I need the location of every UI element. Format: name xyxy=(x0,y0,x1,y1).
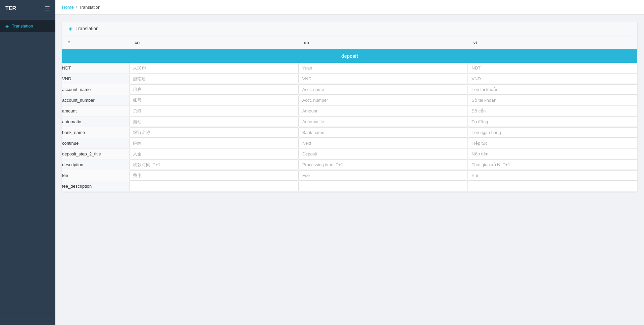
table-row: description xyxy=(62,159,637,170)
key-cell: VND xyxy=(62,74,129,84)
card-title: Translation xyxy=(76,26,99,31)
vi-input[interactable] xyxy=(468,149,637,159)
key-cell: fee_description xyxy=(62,181,129,192)
cn-input[interactable] xyxy=(129,106,299,116)
table-row: account_name xyxy=(62,84,637,95)
en-input[interactable] xyxy=(299,181,468,191)
card-header: ◈ Translation xyxy=(62,21,637,36)
sidebar-item-translation[interactable]: ◈ Translation xyxy=(0,20,55,32)
table-row: account_number xyxy=(62,95,637,106)
vi-input[interactable] xyxy=(468,117,637,127)
cn-input[interactable] xyxy=(129,159,299,170)
key-cell: automatic xyxy=(62,117,129,127)
vi-input[interactable] xyxy=(468,63,637,73)
vi-input[interactable] xyxy=(468,127,637,138)
vi-input[interactable] xyxy=(468,106,637,116)
table-header-row: # cn en vi xyxy=(62,36,637,49)
app-logo: TER xyxy=(5,5,16,11)
col-en: en xyxy=(299,36,468,49)
en-input[interactable] xyxy=(299,74,468,84)
translation-icon: ◈ xyxy=(5,23,9,29)
col-hash: # xyxy=(62,36,129,49)
table-row: VND xyxy=(62,74,637,84)
topbar: Home / Translation xyxy=(55,0,644,15)
vi-input[interactable] xyxy=(468,95,637,105)
vi-cell xyxy=(468,74,637,84)
sidebar: TER ☰ ◈ Translation ‹ xyxy=(0,0,55,325)
vi-cell xyxy=(468,170,637,181)
translation-table: # cn en vi deposit NDTVNDaccount_nameacc… xyxy=(62,36,637,192)
cn-input[interactable] xyxy=(129,117,299,127)
key-cell: account_name xyxy=(62,84,129,95)
cn-input[interactable] xyxy=(129,95,299,105)
en-input[interactable] xyxy=(299,117,468,127)
sidebar-nav: ◈ Translation xyxy=(0,17,55,313)
menu-icon[interactable]: ☰ xyxy=(45,5,50,12)
category-row-deposit: deposit xyxy=(62,49,637,63)
content-area: ◈ Translation # cn en vi deposit xyxy=(55,15,644,325)
table-row: continue xyxy=(62,138,637,149)
vi-input[interactable] xyxy=(468,170,637,181)
vi-input[interactable] xyxy=(468,138,637,148)
key-cell: fee xyxy=(62,170,129,181)
vi-input[interactable] xyxy=(468,74,637,84)
cn-cell xyxy=(129,106,299,117)
breadcrumb-separator: / xyxy=(76,5,77,10)
col-cn: cn xyxy=(129,36,299,49)
cn-cell xyxy=(129,181,299,192)
en-cell xyxy=(299,106,468,117)
sidebar-header: TER ☰ xyxy=(0,0,55,17)
en-cell xyxy=(299,95,468,106)
cn-cell xyxy=(129,117,299,127)
en-input[interactable] xyxy=(299,95,468,105)
en-cell xyxy=(299,117,468,127)
en-input[interactable] xyxy=(299,149,468,159)
en-input[interactable] xyxy=(299,84,468,95)
breadcrumb-home[interactable]: Home xyxy=(62,5,74,10)
table-row: fee xyxy=(62,170,637,181)
en-cell xyxy=(299,74,468,84)
cn-input[interactable] xyxy=(129,127,299,138)
table-row: NDT xyxy=(62,63,637,74)
cn-input[interactable] xyxy=(129,149,299,159)
table-row: bank_name xyxy=(62,127,637,138)
vi-cell xyxy=(468,95,637,106)
cn-cell xyxy=(129,149,299,159)
key-cell: deposit_step_2_title xyxy=(62,149,129,159)
key-cell: continue xyxy=(62,138,129,149)
en-cell xyxy=(299,127,468,138)
en-input[interactable] xyxy=(299,127,468,138)
breadcrumb-current: Translation xyxy=(79,5,100,10)
vi-input[interactable] xyxy=(468,159,637,170)
cn-input[interactable] xyxy=(129,84,299,95)
cn-input[interactable] xyxy=(129,181,299,191)
cn-input[interactable] xyxy=(129,74,299,84)
en-input[interactable] xyxy=(299,63,468,73)
vi-input[interactable] xyxy=(468,84,637,95)
vi-cell xyxy=(468,63,637,74)
vi-cell xyxy=(468,181,637,192)
en-input[interactable] xyxy=(299,138,468,148)
breadcrumb: Home / Translation xyxy=(62,5,100,10)
table-row: deposit_step_2_title xyxy=(62,149,637,159)
en-input[interactable] xyxy=(299,170,468,181)
sidebar-item-label: Translation xyxy=(12,24,33,29)
key-cell: account_number xyxy=(62,95,129,106)
table-row: automatic xyxy=(62,117,637,127)
cn-cell xyxy=(129,74,299,84)
en-cell xyxy=(299,63,468,74)
card-header-icon: ◈ xyxy=(69,26,73,32)
cn-input[interactable] xyxy=(129,63,299,73)
cn-input[interactable] xyxy=(129,170,299,181)
sidebar-collapse-button[interactable]: ‹ xyxy=(5,317,50,322)
en-input[interactable] xyxy=(299,106,468,116)
key-cell: NDT xyxy=(62,63,129,74)
en-cell xyxy=(299,170,468,181)
col-vi: vi xyxy=(468,36,637,49)
vi-cell xyxy=(468,106,637,117)
table-row: fee_description xyxy=(62,181,637,192)
en-cell xyxy=(299,84,468,95)
cn-input[interactable] xyxy=(129,138,299,148)
en-input[interactable] xyxy=(299,159,468,170)
vi-input[interactable] xyxy=(468,181,637,191)
